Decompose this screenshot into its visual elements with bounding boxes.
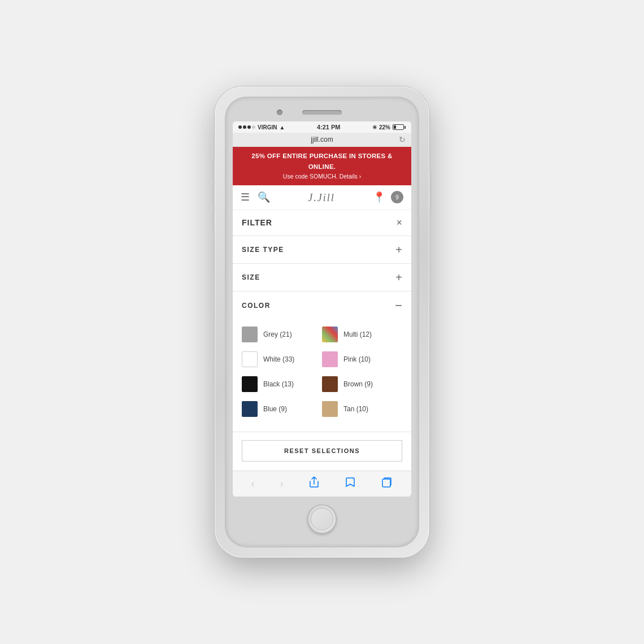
hamburger-icon[interactable]: ☰ [241,191,250,203]
promo-details-link[interactable]: Details › [340,173,362,180]
filter-close-button[interactable]: × [396,217,402,229]
status-right: ✳ 22% [372,124,406,130]
color-item-grey[interactable]: Grey (21) [242,323,322,346]
color-item-pink[interactable]: Pink (10) [322,348,402,371]
home-button-inner [311,508,333,530]
multi-label: Multi (12) [343,330,372,338]
browser-bottom-bar: ‹ › [233,471,411,497]
size-type-toggle-icon[interactable]: + [395,244,402,255]
white-swatch [242,351,258,367]
brown-swatch [322,376,338,392]
size-type-header[interactable]: SIZE TYPE + [233,236,411,263]
black-swatch [242,376,258,392]
color-grid: Grey (21) Multi (12) White (33) [233,320,411,432]
status-bar: VIRGIN ▲ 4:21 PM ✳ 22% [233,121,411,133]
size-section: SIZE + [233,264,411,291]
color-row-3: Black (13) Brown (9) [242,373,402,395]
bluetooth-icon: ✳ [372,124,377,130]
promo-sub-text: Use code SOMUCH. Details › [238,172,406,181]
filter-header: FILTER × [233,210,411,236]
home-button[interactable] [307,504,337,534]
screen: VIRGIN ▲ 4:21 PM ✳ 22% jjill. [233,121,411,497]
color-row-2: White (33) Pink (10) [242,348,402,371]
back-button[interactable]: ‹ [248,477,258,491]
size-type-section: SIZE TYPE + [233,236,411,264]
color-item-black[interactable]: Black (13) [242,373,322,395]
forward-button[interactable]: › [277,477,287,491]
battery-icon [393,124,406,130]
time-display: 4:21 PM [317,124,341,130]
camera [277,110,282,115]
black-label: Black (13) [263,380,294,388]
url-text: jjill.com [311,136,333,143]
color-item-blue[interactable]: Blue (9) [242,398,322,420]
tan-swatch [322,401,338,417]
color-header[interactable]: COLOR − [233,291,411,320]
color-row-1: Grey (21) Multi (12) [242,323,402,346]
color-label: COLOR [242,302,271,310]
pink-label: Pink (10) [343,355,371,363]
size-toggle-icon[interactable]: + [395,272,402,283]
nav-left: ☰ 🔍 [241,191,270,203]
size-header[interactable]: SIZE + [233,264,411,291]
grey-label: Grey (21) [263,330,292,338]
carrier-label: VIRGIN [258,124,277,130]
status-left: VIRGIN ▲ [238,124,285,130]
search-icon[interactable]: 🔍 [258,191,270,203]
white-label: White (33) [263,355,294,363]
grey-swatch [242,327,258,342]
color-item-brown[interactable]: Brown (9) [322,373,402,395]
filter-title: FILTER [242,218,272,227]
reload-icon[interactable]: ↻ [399,135,406,144]
nav-bar: ☰ 🔍 J.Jill 📍 9 [233,185,411,210]
share-button[interactable] [306,476,323,492]
color-section: COLOR − Grey (21) Multi (12) [233,291,411,432]
cart-badge[interactable]: 9 [391,191,403,203]
wifi-icon: ▲ [279,124,285,130]
promo-main-text: 25% OFF ENTIRE PURCHASE IN STORES & ONLI… [238,151,406,172]
tan-label: Tan (10) [343,405,368,413]
multi-swatch [322,327,338,342]
home-button-area [233,497,411,539]
nav-right: 📍 9 [373,191,403,203]
phone-device: VIRGIN ▲ 4:21 PM ✳ 22% jjill. [215,86,429,558]
reset-selections-button[interactable]: RESET SELECTIONS [242,440,402,462]
color-item-tan[interactable]: Tan (10) [322,398,402,420]
color-row-4: Blue (9) Tan (10) [242,398,402,420]
tabs-button[interactable] [378,476,396,492]
svg-rect-0 [382,479,390,487]
color-toggle-icon[interactable]: − [395,299,402,312]
blue-label: Blue (9) [263,405,287,413]
brown-label: Brown (9) [343,380,373,388]
signal-dots [238,125,255,129]
location-icon[interactable]: 📍 [373,191,385,203]
speaker [302,110,342,115]
blue-swatch [242,401,258,417]
size-type-label: SIZE TYPE [242,246,284,254]
filter-panel: FILTER × SIZE TYPE + SIZE + [233,210,411,471]
bookmarks-button[interactable] [341,476,359,492]
promo-code-text: Use code SOMUCH. [283,173,338,180]
pink-swatch [322,351,338,367]
battery-percent: 22% [379,124,390,130]
reset-area: RESET SELECTIONS [233,432,411,471]
promo-banner: 25% OFF ENTIRE PURCHASE IN STORES & ONLI… [233,147,411,185]
size-label: SIZE [242,273,260,281]
url-bar[interactable]: jjill.com ↻ [233,133,411,147]
cart-count: 9 [395,194,399,201]
color-item-white[interactable]: White (33) [242,348,322,371]
phone-top [233,105,411,121]
color-item-multi[interactable]: Multi (12) [322,323,402,346]
brand-logo: J.Jill [270,191,373,204]
